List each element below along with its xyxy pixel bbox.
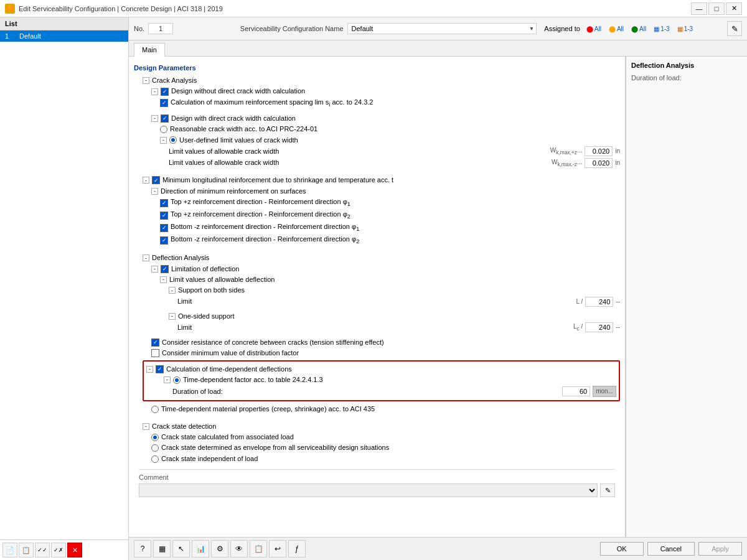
crack-state-expand[interactable]: -	[143, 423, 149, 430]
help-button[interactable]: ?	[134, 540, 151, 558]
max-spacing-checkbox[interactable]	[160, 99, 168, 107]
consider-resistance-checkbox[interactable]	[151, 338, 159, 347]
comment-label: Comment	[139, 474, 615, 481]
assigned-badges: ⬤ All ⬤ All ⬤ All ▦ 1-3 ▦ 1-3	[584, 25, 723, 33]
badge-green-all: ⬤ All	[629, 25, 649, 33]
crack-limit-pos-value: Wk,max,+z... in	[550, 146, 620, 157]
duration-input[interactable]	[562, 386, 590, 396]
analysis-button[interactable]: 📊	[192, 540, 209, 558]
dir-bot-z1-checkbox[interactable]	[160, 224, 168, 232]
direct-expand[interactable]: -	[151, 115, 158, 122]
comment-edit-button[interactable]: ✎	[600, 483, 615, 497]
dialog-buttons: OK Cancel Apply	[600, 542, 742, 556]
comment-select[interactable]	[139, 483, 598, 497]
deflection-expand[interactable]: -	[143, 254, 149, 261]
assigned-edit-button[interactable]: ✎	[727, 21, 742, 36]
cancel-button[interactable]: Cancel	[647, 542, 695, 556]
one-sided-limit-value: Lc / --	[573, 322, 620, 333]
check1-button[interactable]: ✓✓	[35, 543, 50, 558]
time-dep-checkbox[interactable]	[156, 365, 164, 373]
time-dep-label: Calculation of time-dependent deflection…	[166, 365, 292, 374]
func-button[interactable]: ƒ	[288, 540, 306, 558]
crack-envelope-radio[interactable]	[151, 444, 159, 452]
direction-expand[interactable]: -	[151, 188, 158, 195]
reasonable-row: Reasonable crack width acc. to ACI PRC-2…	[134, 124, 620, 134]
ok-button[interactable]: OK	[600, 542, 644, 556]
minimize-button[interactable]: —	[691, 2, 707, 15]
factor-radio[interactable]	[173, 376, 181, 384]
deflection-section: - Deflection Analysis - Limitation of de…	[134, 253, 620, 415]
delete-config-button[interactable]: ✕	[67, 543, 82, 558]
crack-value-neg-input[interactable]	[585, 158, 613, 168]
undo-button[interactable]: ↩	[269, 540, 286, 558]
material-radio[interactable]	[151, 406, 159, 413]
sidebar-item-default[interactable]: 1 Default	[0, 30, 128, 42]
crack-value-pos-input[interactable]	[585, 146, 613, 156]
apply-button[interactable]: Apply	[698, 542, 742, 556]
min-reinf-expand[interactable]: -	[143, 177, 149, 184]
user-defined-label: User-defined limit values of crack width	[179, 136, 298, 145]
reasonable-radio[interactable]	[160, 126, 167, 133]
min-reinf-checkbox[interactable]	[152, 176, 160, 184]
support-both-key: L /	[576, 297, 583, 306]
tab-main[interactable]: Main	[134, 43, 165, 57]
time-dep-expand[interactable]: -	[146, 366, 153, 373]
limit-values-expand[interactable]: -	[160, 276, 167, 283]
user-defined-expand[interactable]: -	[160, 137, 167, 144]
grid-button[interactable]: ▦	[153, 540, 171, 558]
crack-independent-radio[interactable]	[151, 455, 159, 463]
one-sided-expand[interactable]: -	[169, 313, 176, 320]
eye-button[interactable]: 👁	[230, 540, 248, 558]
deflection-label: Deflection Analysis	[152, 253, 209, 263]
check2-button[interactable]: ✓✗	[51, 543, 66, 558]
one-sided-input[interactable]	[585, 322, 613, 332]
dir-bot-z2-checkbox[interactable]	[160, 236, 168, 245]
badge-red-all: ⬤ All	[584, 25, 604, 33]
doc-button[interactable]: 📋	[250, 540, 267, 558]
dir-bot-z1-label: Bottom -z reinforcement direction - Rein…	[171, 222, 359, 233]
duration-row: Duration of load: mon...	[146, 385, 616, 398]
factor-expand[interactable]: -	[164, 376, 171, 383]
crack-analysis-row: - Crack Analysis	[134, 75, 620, 86]
dir-top-z2-checkbox[interactable]	[160, 212, 168, 220]
bottom-combined: ? ▦ ↖ 📊 ⚙ 👁 📋 ↩ ƒ OK Cancel Apply	[129, 538, 747, 560]
crack-limit-pos-label: Limit values of allowable crack width	[169, 147, 279, 156]
bottom-tools: ? ▦ ↖ 📊 ⚙ 👁 📋 ↩ ƒ	[134, 540, 306, 558]
support-both-label: Support on both sides	[178, 286, 245, 295]
side-deflection-title: Deflection Analysis	[631, 62, 742, 69]
crack-independent-row: Crack state independent of load	[134, 454, 620, 464]
no-direct-checkbox[interactable]	[161, 88, 169, 96]
side-info-panel: Deflection Analysis Duration of load:	[626, 57, 747, 537]
config-name-wrapper: Default ▼	[347, 23, 537, 34]
no-direct-expand[interactable]: -	[151, 88, 158, 95]
no-value: 1	[148, 23, 173, 34]
duration-label: Duration of load:	[172, 387, 223, 396]
assigned-field: Assigned to ⬤ All ⬤ All ⬤ All ▦ 1-3 ▦ 1-…	[544, 21, 742, 36]
crack-assoc-label: Crack state calculated from associated l…	[161, 432, 294, 442]
crack-envelope-label: Crack state determined as envelope from …	[161, 443, 389, 452]
one-sided-key: Lc /	[573, 322, 583, 333]
crack-assoc-radio[interactable]	[151, 434, 159, 441]
new-config-button[interactable]: 📄	[2, 543, 17, 558]
assigned-label: Assigned to	[544, 25, 580, 32]
limitation-checkbox[interactable]	[161, 265, 169, 273]
close-button[interactable]: ✕	[726, 2, 742, 15]
dir-top-z1-checkbox[interactable]	[160, 199, 168, 207]
comment-area: Comment ✎	[139, 469, 615, 497]
maximize-button[interactable]: □	[708, 2, 725, 15]
limitation-expand[interactable]: -	[151, 266, 158, 273]
crack-analysis-expand[interactable]: -	[143, 77, 149, 84]
support-both-expand[interactable]: -	[169, 287, 176, 294]
direct-checkbox[interactable]	[161, 114, 169, 123]
copy-config-button[interactable]: 📋	[19, 543, 34, 558]
cursor-button[interactable]: ↖	[172, 540, 190, 558]
consider-resistance-row: Consider resistance of concrete between …	[134, 337, 620, 348]
config-name-select[interactable]: Default	[347, 23, 537, 34]
support-both-row: - Support on both sides	[134, 285, 620, 296]
main-content: Design Parameters - Crack Analysis - Des…	[129, 57, 747, 537]
crack-state-label: Crack state detection	[152, 422, 216, 431]
consider-minimum-checkbox[interactable]	[151, 349, 159, 357]
settings-button[interactable]: ⚙	[211, 540, 228, 558]
user-defined-radio[interactable]	[169, 136, 177, 144]
support-both-input[interactable]	[585, 297, 613, 307]
